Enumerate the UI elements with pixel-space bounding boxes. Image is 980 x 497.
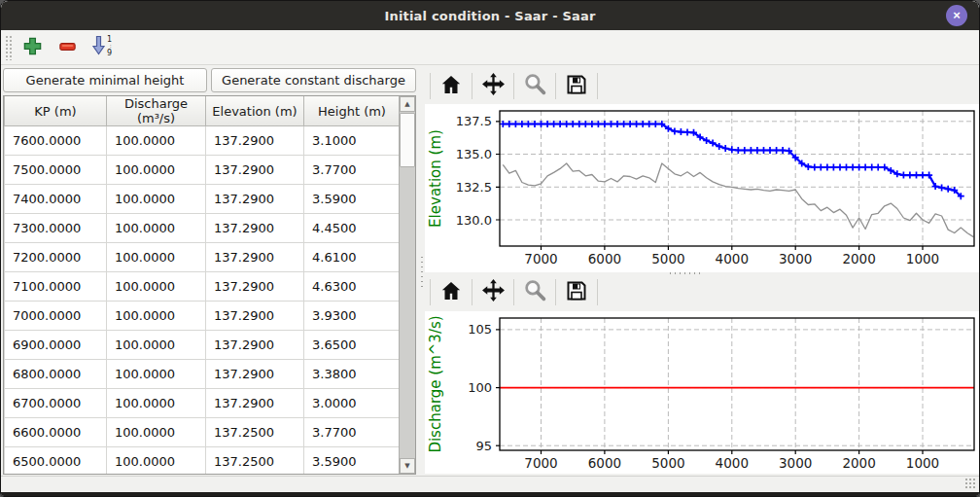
table-cell[interactable]: 100.0000: [107, 447, 206, 475]
data-table: KP (m)Discharge (m³/s)Elevation (m)Heigh…: [4, 96, 399, 474]
table-cell[interactable]: 6900.0000: [5, 331, 107, 360]
table-row: 6800.0000100.0000137.29003.3800: [5, 360, 400, 389]
table-cell[interactable]: 100.0000: [107, 214, 206, 243]
plot-home-button[interactable]: [436, 71, 467, 100]
table-cell[interactable]: 3.1000: [304, 126, 400, 156]
table-cell[interactable]: 137.2900: [206, 302, 304, 331]
remove-icon: [57, 36, 78, 59]
svg-text:4000: 4000: [716, 251, 749, 266]
table-cell[interactable]: 6500.0000: [5, 447, 107, 475]
plot-save-button[interactable]: [561, 71, 592, 100]
titlebar[interactable]: Initial condition - Saar - Saar ×: [1, 1, 979, 30]
svg-text:2000: 2000: [842, 455, 875, 471]
svg-text:137.5: 137.5: [456, 114, 492, 128]
table-row: 7100.0000100.0000137.29004.6300: [5, 272, 400, 302]
table-cell[interactable]: 6700.0000: [5, 389, 107, 418]
table-cell[interactable]: 100.0000: [107, 331, 206, 360]
table-cell[interactable]: 100.0000: [107, 389, 206, 418]
toolbar-grip[interactable]: [5, 35, 12, 60]
table-cell[interactable]: 137.2500: [206, 418, 304, 447]
close-icon: ×: [953, 8, 961, 22]
table-cell[interactable]: 3.6500: [304, 331, 400, 360]
table-cell[interactable]: 100.0000: [107, 418, 206, 447]
svg-text:3000: 3000: [779, 251, 812, 266]
table-row: 7600.0000100.0000137.29003.1000: [5, 126, 400, 156]
svg-text:3000: 3000: [779, 455, 812, 471]
table-cell[interactable]: 137.2900: [206, 126, 304, 156]
table-cell[interactable]: 137.2500: [206, 447, 304, 475]
table-cell[interactable]: 137.2900: [206, 331, 304, 360]
resize-grip-icon[interactable]: [964, 478, 977, 490]
table-cell[interactable]: 100.0000: [107, 126, 206, 156]
generate-minimal-height-button[interactable]: Generate minimal height: [3, 68, 207, 92]
table-cell[interactable]: 3.9300: [304, 302, 400, 331]
discharge-chart[interactable]: 700060005000400030002000100010510095Disc…: [425, 311, 979, 474]
table-cell[interactable]: 3.7700: [304, 418, 400, 447]
plot-zoom-button[interactable]: [519, 277, 550, 306]
sort-button[interactable]: 1 9 ⋮: [88, 34, 117, 61]
table-cell[interactable]: 7100.0000: [5, 272, 107, 302]
svg-text:135.0: 135.0: [456, 147, 492, 161]
svg-text:7000: 7000: [524, 251, 557, 266]
scrollbar-thumb[interactable]: [400, 113, 415, 167]
table-cell[interactable]: 137.2900: [206, 156, 304, 185]
plot-pan-button[interactable]: [477, 277, 508, 306]
add-row-button[interactable]: [18, 34, 47, 61]
magnifier-icon: [523, 72, 547, 99]
table-cell[interactable]: 3.5900: [304, 185, 400, 214]
table-cell[interactable]: 7500.0000: [5, 156, 107, 185]
plot-save-button[interactable]: [561, 277, 592, 306]
column-header[interactable]: Discharge (m³/s): [107, 96, 206, 126]
scrollbar-up-arrow[interactable]: ▲: [400, 96, 415, 112]
svg-text:6000: 6000: [588, 455, 621, 471]
plot-zoom-button[interactable]: [519, 71, 550, 100]
table-cell[interactable]: 137.2900: [206, 360, 304, 389]
table-cell[interactable]: 137.2900: [206, 214, 304, 243]
column-header[interactable]: Elevation (m): [206, 96, 304, 126]
table-cell[interactable]: 100.0000: [107, 243, 206, 272]
table-scrollbar[interactable]: ▲ ▼: [399, 96, 415, 474]
table-cell[interactable]: 6800.0000: [5, 360, 107, 389]
scrollbar-down-arrow[interactable]: ▼: [400, 458, 415, 474]
magnifier-icon: [523, 278, 547, 305]
table-cell[interactable]: 137.2900: [206, 272, 304, 302]
plot-pan-button[interactable]: [477, 71, 508, 100]
table-cell[interactable]: 137.2900: [206, 389, 304, 418]
table-cell[interactable]: 7600.0000: [5, 126, 107, 156]
plots-splitter[interactable]: [425, 270, 980, 275]
table-cell[interactable]: 6600.0000: [5, 418, 107, 447]
svg-text:100: 100: [468, 380, 492, 395]
table-cell[interactable]: 7400.0000: [5, 185, 107, 214]
svg-text:Elevation (m): Elevation (m): [427, 129, 444, 228]
table-cell[interactable]: 100.0000: [107, 302, 206, 331]
table-cell[interactable]: 100.0000: [107, 156, 206, 185]
table-cell[interactable]: 7200.0000: [5, 243, 107, 272]
remove-row-button[interactable]: [52, 34, 82, 61]
table-cell[interactable]: 137.2900: [206, 243, 304, 272]
close-button[interactable]: ×: [946, 5, 967, 26]
save-icon: [565, 73, 588, 99]
column-header[interactable]: KP (m): [5, 96, 107, 126]
generate-constant-discharge-button[interactable]: Generate constant discharge: [211, 68, 416, 92]
table-cell[interactable]: 3.5900: [304, 447, 400, 475]
window-title: Initial condition - Saar - Saar: [384, 9, 595, 23]
table-cell[interactable]: 4.6300: [304, 272, 400, 302]
add-icon: [22, 36, 43, 59]
plot-home-button[interactable]: [436, 277, 467, 306]
table-cell[interactable]: 3.7700: [304, 156, 400, 185]
table-cell[interactable]: 4.6100: [304, 243, 400, 272]
column-header[interactable]: Height (m): [304, 96, 400, 126]
table-cell[interactable]: 137.2900: [206, 185, 304, 214]
status-bar: [1, 476, 979, 492]
table-cell[interactable]: 100.0000: [107, 272, 206, 302]
elevation-chart[interactable]: 7000600050004000300020001000137.5135.013…: [425, 104, 979, 272]
table-cell[interactable]: 3.0000: [304, 389, 400, 418]
svg-text:95: 95: [475, 439, 492, 453]
pan-move-icon: [481, 72, 506, 99]
table-cell[interactable]: 7300.0000: [5, 214, 107, 243]
table-cell[interactable]: 100.0000: [107, 185, 206, 214]
table-cell[interactable]: 100.0000: [107, 360, 206, 389]
table-cell[interactable]: 4.4500: [304, 214, 400, 243]
table-cell[interactable]: 3.3800: [304, 360, 400, 389]
table-cell[interactable]: 7000.0000: [5, 302, 107, 331]
